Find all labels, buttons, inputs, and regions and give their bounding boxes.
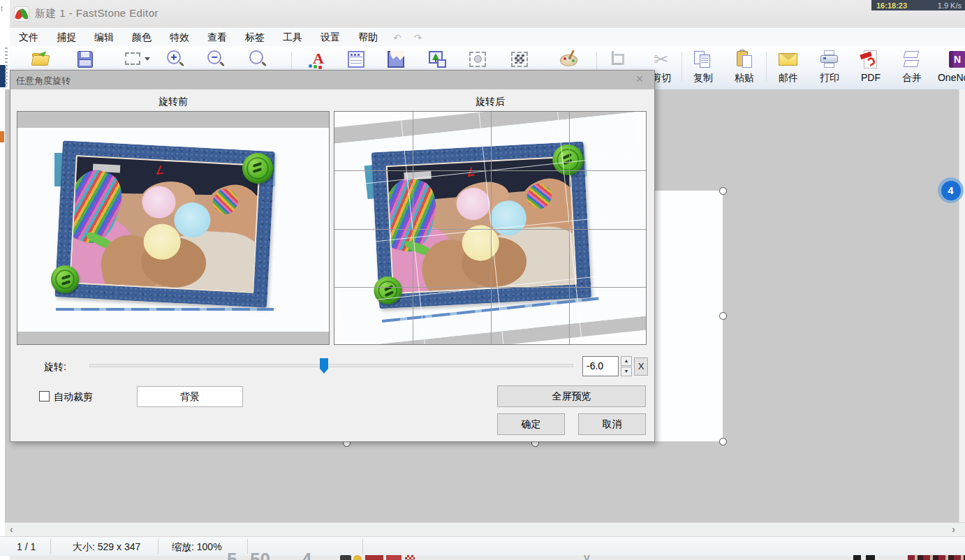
crop-icon	[607, 49, 630, 70]
mail-label: 邮件	[779, 72, 798, 84]
after-pane-label: 旋转后	[334, 96, 647, 108]
copy-button[interactable]: 复制	[685, 49, 721, 88]
save-icon	[74, 49, 96, 70]
title-bar: 新建 1 - FastStone Editor	[10, 0, 965, 28]
scissors-icon: ✂	[650, 49, 672, 70]
app-icon	[14, 6, 29, 22]
background-button[interactable]: 背景	[137, 386, 243, 407]
caption-window-icon	[345, 49, 367, 70]
clock-time: 16:18:23	[876, 1, 907, 10]
toolbar-separator	[766, 52, 767, 81]
copy-label: 复制	[693, 72, 713, 84]
autocrop-checkbox[interactable]	[39, 391, 50, 401]
app-icon-green-shape	[20, 8, 29, 20]
before-pane-label: 旋转前	[17, 96, 330, 108]
angle-spin-down[interactable]: ▼	[621, 367, 632, 376]
pdf-button[interactable]: PDF	[853, 49, 889, 88]
palette-icon	[558, 49, 580, 70]
pdf-label: PDF	[861, 72, 881, 83]
menu-colors[interactable]: 颜色	[123, 29, 161, 46]
letterbox-top	[17, 112, 329, 128]
onenote-button[interactable]: NOneNote	[939, 49, 965, 88]
menu-capture[interactable]: 捕捉	[47, 29, 85, 46]
green-button-decoration	[51, 265, 79, 293]
background-orange-fragment	[0, 131, 4, 142]
fullscreen-preview-button[interactable]: 全屏预览	[497, 385, 646, 407]
menu-bar: 文件 捕捉 编辑 颜色 特效 查看 标签 工具 设置 帮助 ↶ ↷	[10, 28, 965, 46]
merge-button[interactable]: 合并	[894, 49, 930, 88]
horizontal-scrollbar[interactable]: ‹ ›	[5, 522, 965, 536]
selection-handle-top-right[interactable]	[719, 187, 727, 195]
redo-icon[interactable]: ↷	[408, 32, 429, 43]
toolbar-gripper	[5, 47, 8, 87]
ok-button[interactable]: 确定	[497, 413, 565, 435]
onenote-label: OneNote	[938, 72, 965, 83]
menu-file[interactable]: 文件	[10, 29, 47, 46]
copy-icon	[692, 49, 714, 70]
menu-tag[interactable]: 标签	[236, 29, 274, 46]
zoom-out-icon: −	[205, 49, 227, 70]
vertical-scrollbar[interactable]	[959, 89, 965, 522]
angle-reset-button[interactable]: X	[634, 358, 648, 376]
mail-icon	[777, 49, 800, 70]
cancel-button[interactable]: 取消	[578, 413, 646, 435]
after-preview-pane	[334, 111, 647, 345]
scene-blue-underline	[56, 308, 274, 311]
angle-spin-up[interactable]: ▲	[621, 356, 632, 366]
image-size: 大小: 529 x 347	[73, 541, 140, 554]
scroll-left-icon[interactable]: ‹	[10, 524, 13, 535]
rotated-preview	[334, 111, 647, 345]
green-button-decoration	[242, 153, 273, 184]
autocrop-label: 自动裁剪	[54, 391, 93, 404]
scroll-right-icon[interactable]: ›	[952, 524, 955, 535]
menu-edit[interactable]: 编辑	[85, 29, 123, 46]
clock-overlay: 16:18:23 1.9 K/s	[871, 0, 965, 10]
open-folder-icon	[30, 49, 52, 70]
undo-icon[interactable]: ↶	[387, 32, 408, 43]
zoom-level: 缩放: 100%	[172, 541, 222, 554]
torn-edge-icon	[385, 49, 407, 70]
menu-tools[interactable]: 工具	[274, 29, 311, 46]
angle-slider-track[interactable]	[89, 364, 573, 367]
letterbox-bottom	[17, 330, 329, 344]
scene-photo	[386, 156, 577, 295]
menu-view[interactable]: 查看	[198, 29, 236, 46]
text-a-icon: A	[306, 49, 328, 70]
toolbar-separator	[682, 52, 682, 81]
resize-icon	[427, 49, 449, 70]
paste-button[interactable]: 粘贴	[726, 49, 763, 88]
step-badge-number: 4	[941, 181, 961, 200]
menu-effects[interactable]: 特效	[161, 29, 198, 46]
dropdown-arrow-icon[interactable]	[145, 57, 150, 61]
magnifier-icon	[246, 49, 269, 70]
selection-handle-mid-right[interactable]	[719, 312, 727, 320]
close-icon[interactable]: ×	[632, 72, 647, 87]
spotlight-icon	[466, 49, 489, 70]
angle-slider-thumb[interactable]	[320, 358, 328, 374]
print-button[interactable]: 打印	[811, 49, 848, 88]
status-bar: 1 / 1 大小: 529 x 347 缩放: 100%	[0, 536, 965, 556]
printer-icon	[818, 49, 841, 70]
scene-photo	[69, 155, 260, 293]
dialog-title: 任意角度旋转	[16, 75, 71, 87]
step-badge: 4	[938, 177, 964, 203]
selection-handle-bottom-right[interactable]	[719, 438, 727, 445]
menu-help[interactable]: 帮助	[349, 29, 387, 46]
onenote-icon: N	[946, 49, 965, 70]
pixelate-icon	[508, 49, 531, 70]
merge-icon	[901, 49, 923, 70]
net-speed: 1.9 K/s	[938, 1, 962, 10]
menu-settings[interactable]: 设置	[311, 29, 349, 46]
mail-button[interactable]: 邮件	[770, 49, 806, 88]
paste-icon	[733, 49, 756, 70]
before-scene	[17, 128, 330, 332]
zoom-in-icon: +	[164, 49, 186, 70]
angle-value-input[interactable]: -6.0	[582, 356, 619, 376]
print-label: 打印	[820, 72, 839, 84]
merge-label: 合并	[902, 72, 922, 84]
pdf-icon	[860, 49, 882, 70]
paste-label: 粘贴	[735, 72, 754, 84]
selection-icon	[122, 49, 145, 70]
page-indicator: 1 / 1	[17, 541, 36, 552]
dialog-title-bar[interactable]: 任意角度旋转 ×	[10, 71, 654, 89]
